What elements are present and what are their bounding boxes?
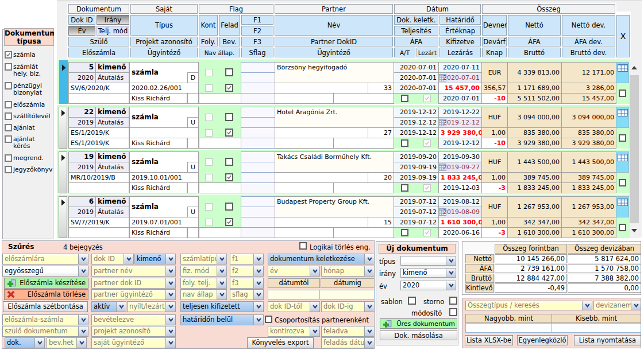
- at-checkbox[interactable]: [401, 139, 408, 147]
- row-select-checkbox[interactable]: [619, 134, 626, 142]
- col-dok-id[interactable]: Dok ID: [68, 15, 95, 25]
- cell-devarf[interactable]: 1,00: [481, 127, 508, 138]
- col-telj-mod[interactable]: Telj. mód: [97, 26, 129, 36]
- col-foly[interactable]: Foly.: [199, 37, 218, 46]
- cell-knap[interactable]: -3: [481, 227, 508, 238]
- accounting-export-button[interactable]: Könyvelés export: [247, 337, 314, 348]
- cell-devnem[interactable]: HUF: [481, 196, 508, 217]
- cell-netto[interactable]: 4 339 813,00: [507, 62, 562, 83]
- col-tipus[interactable]: Típus: [130, 15, 198, 36]
- filter-kimeno[interactable]: kimenő: [134, 254, 176, 265]
- at-checkbox[interactable]: [401, 184, 408, 192]
- kont-checkbox-1[interactable]: [205, 158, 213, 166]
- doc-type-checkbox-1[interactable]: [5, 63, 12, 71]
- felad-checkbox-1[interactable]: [225, 113, 233, 121]
- document-row[interactable]: 6 kimenő 2019 Átutalás számlaU Budapest …: [57, 195, 630, 238]
- kont-checkbox-1[interactable]: [205, 114, 213, 121]
- lezart-checkbox[interactable]: [423, 95, 431, 102]
- cell-brutto-dev[interactable]: 1 610 300,00: [561, 227, 616, 238]
- cell-kifizetve[interactable]: 1 610 300,00: [438, 217, 482, 228]
- cell-afa[interactable]: 1 171 689,00: [507, 83, 562, 94]
- row-grid-button[interactable]: [616, 107, 629, 128]
- felad-checkbox-2[interactable]: [225, 129, 233, 137]
- col-irany[interactable]: Irány: [97, 15, 129, 25]
- filter-eloszamla-szamla[interactable]: előszámla-számla: [2, 314, 88, 325]
- cell-netto-dev[interactable]: 1 267 953,00: [561, 196, 616, 217]
- cell-devnem[interactable]: EUR: [481, 62, 508, 83]
- cell-irany[interactable]: kimenő: [95, 107, 129, 118]
- cell-afa-datum[interactable]: 2019-07-12: [394, 217, 439, 228]
- flag-field-f1[interactable]: [241, 151, 275, 162]
- cell-telj-mod[interactable]: Átutalás: [95, 72, 129, 83]
- greater-than-input[interactable]: [465, 323, 552, 333]
- cell-knap[interactable]: -10: [481, 93, 508, 104]
- cell-teljesites[interactable]: 2019-09-19: [394, 162, 439, 173]
- cell-ugyintezo-kod[interactable]: [187, 93, 199, 104]
- search-devizanem[interactable]: devizanem: [593, 301, 641, 310]
- list-xlsx-button[interactable]: Lista XLSX-be: [465, 335, 513, 345]
- doc-type-checkbox-8[interactable]: [5, 166, 12, 173]
- cell-partner-ugyintezo-2[interactable]: [333, 138, 394, 149]
- cell-afa[interactable]: 342 347,00: [507, 217, 562, 228]
- cell-eloszamla[interactable]: ES/1/2019/K: [68, 138, 129, 149]
- cell-eloszamla[interactable]: [68, 93, 129, 104]
- flag-field-f3[interactable]: [241, 172, 275, 183]
- cell-erteknap[interactable]: 2019-12-12: [438, 117, 482, 128]
- cell-afa[interactable]: 389 745,00: [507, 172, 562, 183]
- cell-ugyintezo[interactable]: Kiss Richárd: [129, 182, 187, 193]
- flag-field-f2[interactable]: [241, 207, 275, 217]
- cell-afa[interactable]: 835 380,00: [507, 127, 562, 138]
- cell-ugyintezo-kod[interactable]: [187, 138, 199, 149]
- at-checkbox[interactable]: [401, 229, 408, 236]
- filter-feladas-datuma[interactable]: feladás dátuma: [321, 337, 375, 348]
- less-than-input[interactable]: [552, 323, 641, 333]
- filter-kontirozva[interactable]: kontírozva: [268, 326, 320, 337]
- cell-ugyintezo-kod[interactable]: [187, 182, 199, 193]
- cell-afa-datum[interactable]: 2019-09-19: [394, 172, 439, 183]
- doc-type-checkbox-3[interactable]: [5, 101, 12, 108]
- copy-document-button[interactable]: Dok. másolása: [380, 330, 457, 340]
- cell-netto-dev[interactable]: 1 443 500,00: [561, 151, 616, 173]
- cell-tipus[interactable]: számlaU: [129, 151, 199, 173]
- filter-szamlatipus[interactable]: számlatípus: [180, 254, 227, 265]
- colgroup-sajat[interactable]: Saját: [130, 4, 198, 14]
- filter-foly-telj[interactable]: foly. telj.: [180, 278, 227, 289]
- cell-brutto[interactable]: 1 833 245,00: [507, 182, 562, 193]
- filter-f2[interactable]: f2: [230, 266, 264, 277]
- cell-brutto[interactable]: 3 929 380,00: [507, 138, 562, 149]
- row-select-checkbox[interactable]: [619, 224, 626, 231]
- cell-projekt[interactable]: [129, 127, 199, 138]
- cell-devarf[interactable]: 1,00: [481, 172, 508, 183]
- felad-checkbox-1[interactable]: [225, 158, 233, 166]
- cell-dok-id[interactable]: 19: [68, 151, 96, 162]
- filter-eloszamlara[interactable]: előszámlára: [2, 254, 88, 265]
- cell-irany[interactable]: kimenő: [95, 62, 129, 73]
- cell-knap[interactable]: -10: [481, 138, 508, 149]
- col-close-x[interactable]: X: [616, 15, 630, 57]
- cell-teljesites[interactable]: 2020-07-01: [394, 72, 439, 83]
- cell-dok-keletk[interactable]: 2019-12-12: [394, 107, 439, 118]
- cell-lezaras[interactable]: 2019-12-03: [438, 182, 482, 193]
- filter-teljesen-kifizetett[interactable]: teljesen kifizetett: [180, 301, 264, 312]
- doc-type-checkbox-6[interactable]: [5, 135, 12, 143]
- flag-field-f2[interactable]: [241, 72, 275, 83]
- cell-ev[interactable]: 2019: [68, 117, 96, 128]
- cell-tipus-flag[interactable]: U: [187, 162, 199, 173]
- col-netto[interactable]: Nettó: [508, 15, 561, 36]
- col-f1[interactable]: F1: [241, 15, 273, 25]
- col-f2[interactable]: F2: [241, 26, 273, 36]
- cell-dok-id[interactable]: 6: [68, 196, 96, 207]
- cell-afa-dev[interactable]: 389 745,00: [561, 172, 616, 183]
- col-dok-keletk[interactable]: Dok. keletk.: [394, 15, 438, 25]
- filter-projekt-azonosito[interactable]: projekt azonosító: [91, 326, 176, 337]
- cell-lezaras[interactable]: 2020-07-01: [438, 93, 482, 104]
- filter-dok-id-ig[interactable]: dok ID-ig: [321, 301, 375, 312]
- doc-type-checkbox-0[interactable]: [5, 51, 12, 59]
- cell-partner-dokid-empty[interactable]: [275, 217, 368, 228]
- cell-ev[interactable]: 2020: [68, 72, 96, 83]
- flag-field-f1[interactable]: [241, 196, 275, 207]
- felad-checkbox-2[interactable]: [225, 218, 233, 226]
- cell-netto-dev[interactable]: 12 171,00: [561, 62, 616, 83]
- document-row[interactable]: 22 kimenő 2019 Átutalás számlaU Hotel Ar…: [57, 105, 630, 149]
- col-lezart[interactable]: Lezárt: [417, 48, 438, 57]
